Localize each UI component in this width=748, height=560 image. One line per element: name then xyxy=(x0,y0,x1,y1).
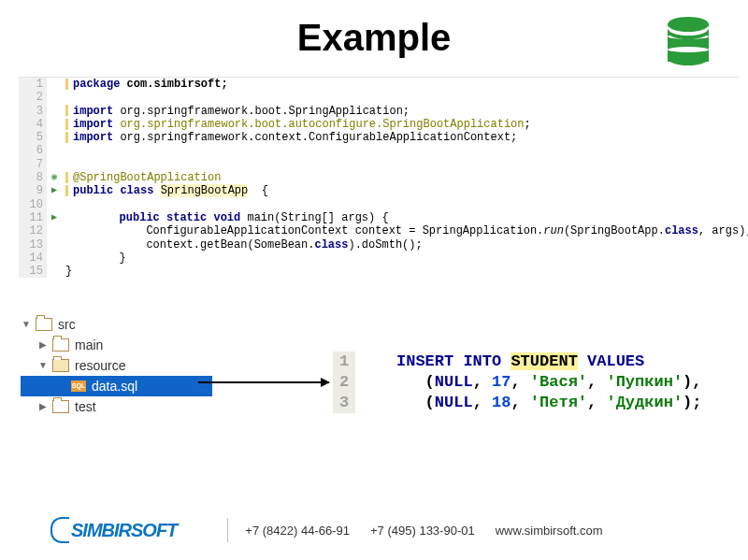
gutter-class-icon: ◉ xyxy=(47,171,62,184)
website: www.simbirsoft.com xyxy=(496,524,603,538)
tree-node-main[interactable]: ▶main xyxy=(37,335,212,355)
database-icon xyxy=(668,17,709,65)
folder-icon xyxy=(36,318,52,331)
gutter-run-icon: ▶ xyxy=(47,184,62,197)
sql-code: INSERT INTO STUDENT VALUES (NULL, 17, 'В… xyxy=(396,352,726,413)
gutter-run-icon: ▶ xyxy=(47,211,62,224)
slide: Example 123456789101112131415 ◉ ▶ ▶ pack… xyxy=(0,0,748,560)
tree-node-resource[interactable]: ▼resource xyxy=(37,355,212,376)
java-editor: 123456789101112131415 ◉ ▶ ▶ package com.… xyxy=(19,77,739,278)
sql-file-icon: SQL xyxy=(71,381,86,392)
logo: SIMBIRSOFT xyxy=(50,517,197,543)
sql-gutter: 123 xyxy=(333,352,355,413)
gutter-markers: ◉ ▶ ▶ xyxy=(47,78,62,278)
tree-node-src[interactable]: ▼src xyxy=(21,314,212,335)
page-title: Example xyxy=(0,17,748,59)
folder-icon xyxy=(52,359,69,372)
sql-editor: 123 INSERT INTO STUDENT VALUES (NULL, 17… xyxy=(333,352,726,413)
connector-arrow xyxy=(198,381,329,383)
java-code: package com.simbirsoft; import org.sprin… xyxy=(65,78,739,278)
separator xyxy=(227,518,228,542)
folder-icon xyxy=(52,400,69,413)
folder-icon xyxy=(52,338,69,352)
logo-swoosh-icon xyxy=(50,517,69,543)
phone-2: +7 (495) 133-90-01 xyxy=(370,524,475,538)
phone-1: +7 (8422) 44-66-91 xyxy=(245,524,350,538)
project-tree: ▼src ▶main ▼resource SQLdata.sql ▶test xyxy=(21,314,212,417)
line-gutter: 123456789101112131415 xyxy=(19,78,47,278)
tree-node-data-sql[interactable]: SQLdata.sql xyxy=(21,376,212,396)
footer: SIMBIRSOFT +7 (8422) 44-66-91 +7 (495) 1… xyxy=(50,517,624,543)
tree-node-test[interactable]: ▶test xyxy=(37,396,212,417)
